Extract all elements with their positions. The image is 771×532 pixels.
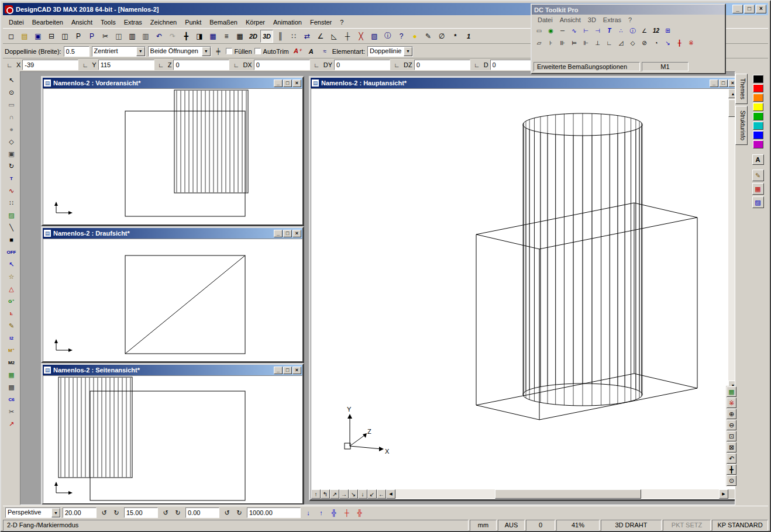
walk-up-icon[interactable]: ↑ [315, 507, 327, 519]
select-pointer-icon[interactable]: ↖ [5, 258, 18, 270]
paste-icon[interactable]: ▥ [126, 30, 139, 43]
dim-12-icon[interactable]: 12 [650, 25, 662, 36]
child-maximize-button[interactable]: □ [719, 80, 728, 87]
menu-item[interactable]: Ansicht [67, 17, 97, 27]
dim-table-icon[interactable]: ⊞ [662, 25, 673, 36]
ausrichtung-select[interactable]: Zentriert ▼ [92, 46, 146, 57]
pointer-icon[interactable]: ↖ [5, 74, 18, 86]
view-distance-input[interactable] [247, 507, 301, 518]
zoom-out-icon[interactable]: ⊖ [727, 420, 736, 430]
projection-select[interactable]: Perspektive ▼ [5, 507, 61, 518]
coord-lock-icon[interactable]: ∟ [5, 60, 15, 70]
toolkit-m1-field[interactable]: M1 [642, 62, 689, 71]
zoom-in-icon[interactable]: ⊕ [727, 409, 736, 419]
dim-horizontal-icon[interactable]: ⊢ [580, 25, 591, 36]
swatch-magenta[interactable] [753, 140, 763, 148]
menu-item[interactable]: Bearbeiten [28, 17, 67, 27]
roll-right-icon[interactable]: ↻ [233, 507, 245, 519]
close-button[interactable]: × [756, 5, 766, 13]
dim-style-c-icon[interactable]: ⊨ [569, 37, 580, 49]
pause-icon[interactable]: ║ [274, 30, 287, 43]
palette-icon[interactable]: ▦ [752, 183, 764, 195]
view-angle2-input[interactable] [124, 507, 158, 518]
scrollbar-thumb[interactable] [495, 489, 641, 499]
menu-item[interactable]: Datei [5, 17, 28, 27]
minimize-button[interactable]: _ [732, 5, 743, 13]
set-point-icon[interactable]: ✎ [5, 320, 18, 331]
scrollbar-thumb[interactable] [728, 99, 735, 117]
points-icon[interactable]: ∷ [287, 30, 300, 43]
c6-icon[interactable]: C6 [5, 393, 18, 405]
side-tab[interactable]: Themes [735, 74, 748, 104]
child-titlebar[interactable]: ▤ Namenlos-2 : Draufsicht* _□× [43, 228, 302, 239]
dim-diameter-icon[interactable]: ⊘ [639, 37, 650, 49]
arrow-red-icon[interactable]: ↗ [5, 418, 18, 430]
grid-green-icon[interactable]: ▦ [5, 369, 18, 381]
regen-icon[interactable]: ※ [727, 398, 736, 408]
open-icon[interactable]: ▤ [18, 30, 31, 43]
dim-corner-icon[interactable]: ∟ [604, 37, 615, 49]
snap-move-icon[interactable]: ╋ [180, 30, 192, 43]
chevron-down-icon[interactable]: ▼ [202, 47, 211, 56]
cylinder-icon[interactable]: ▭ [5, 99, 18, 110]
top-view-client[interactable] [43, 239, 302, 361]
view-upright-icon[interactable]: ↗ [330, 489, 339, 499]
chevron-down-icon[interactable]: ▼ [404, 47, 412, 56]
star-label[interactable]: * [449, 30, 462, 43]
grid-toggle-icon[interactable]: ▦ [727, 386, 736, 397]
swatch-cyan[interactable] [753, 122, 763, 130]
redo-icon[interactable]: ↷ [166, 30, 179, 43]
text-button[interactable]: A [305, 45, 318, 58]
rotate-circle-icon[interactable]: ↻ [5, 160, 18, 172]
scroll-up-icon[interactable]: ▲ [728, 89, 735, 98]
menu-item[interactable]: Punkt [181, 17, 205, 27]
format-p2-icon[interactable]: P [85, 30, 98, 43]
grid-icon[interactable]: ▦ [233, 30, 246, 43]
swatch-black[interactable] [753, 75, 763, 83]
m2-icon[interactable]: M2 [5, 357, 18, 368]
swatch-green[interactable] [753, 112, 763, 120]
print-icon[interactable]: ⊟ [45, 30, 58, 43]
child-titlebar[interactable]: ▤ Namenlos-2 : Seitenansicht* _□× [43, 365, 302, 375]
elementart-select[interactable]: Doppellinie ▼ [367, 46, 413, 57]
tilt-left-icon[interactable]: ↺ [160, 507, 171, 519]
child-close-button[interactable]: × [728, 80, 735, 87]
front-view-client[interactable] [43, 88, 302, 224]
snap-grid-icon[interactable]: ┼ [341, 30, 354, 43]
coord-lock-icon[interactable]: ∟ [156, 60, 166, 70]
coord-lock-icon[interactable]: ∟ [80, 60, 90, 70]
menu-item[interactable]: ? [336, 17, 347, 27]
view-right-icon[interactable]: → [339, 489, 349, 499]
child-close-button[interactable]: × [292, 367, 301, 374]
coord-lock-icon[interactable]: ∟ [312, 60, 322, 70]
dim-slope-icon[interactable]: ◿ [615, 37, 627, 49]
scroll-left-icon[interactable]: ◀ [386, 489, 395, 499]
diamond-icon[interactable]: ◇ [5, 136, 18, 147]
child-maximize-button[interactable]: □ [283, 230, 292, 237]
angle-icon[interactable]: ∠ [314, 30, 327, 43]
toolkit-menu-item[interactable]: ? [625, 15, 635, 25]
view-2d-button[interactable]: 2D [247, 30, 260, 43]
child-minimize-button[interactable]: _ [274, 230, 283, 237]
info-icon[interactable]: ⓘ [627, 25, 638, 36]
i2-icon[interactable]: I2 [5, 332, 18, 344]
text-icon[interactable]: T [604, 25, 615, 36]
child-titlebar[interactable]: ▤ Namenlos-2 : Vorderansicht* _□× [43, 78, 302, 88]
autotrim-checkbox[interactable]: AutoTrim [254, 48, 289, 55]
eraser-icon[interactable]: ∅ [435, 30, 448, 43]
select-box-icon[interactable]: ▧ [368, 30, 381, 43]
extract-icon[interactable]: △ [5, 283, 18, 295]
double-line-ends-icon[interactable]: ╪ [214, 46, 223, 56]
new-icon[interactable]: ◻ [5, 30, 18, 43]
bulb-icon[interactable]: ● [408, 30, 421, 43]
child-maximize-button[interactable]: □ [283, 367, 292, 374]
undo-icon[interactable]: ↶ [153, 30, 166, 43]
dim-style-d-icon[interactable]: ⊩ [580, 37, 591, 49]
dim-open-icon[interactable]: ▱ [533, 37, 545, 49]
circle-icon[interactable]: ◉ [545, 25, 556, 36]
chevron-down-icon[interactable]: ▼ [51, 508, 60, 517]
child-maximize-button[interactable]: □ [283, 80, 292, 87]
m-plus-icon[interactable]: M⁺ [5, 344, 18, 356]
dim-leader-icon[interactable]: ↘ [662, 37, 673, 49]
toolkit-menu-item[interactable]: 3D [584, 15, 600, 25]
